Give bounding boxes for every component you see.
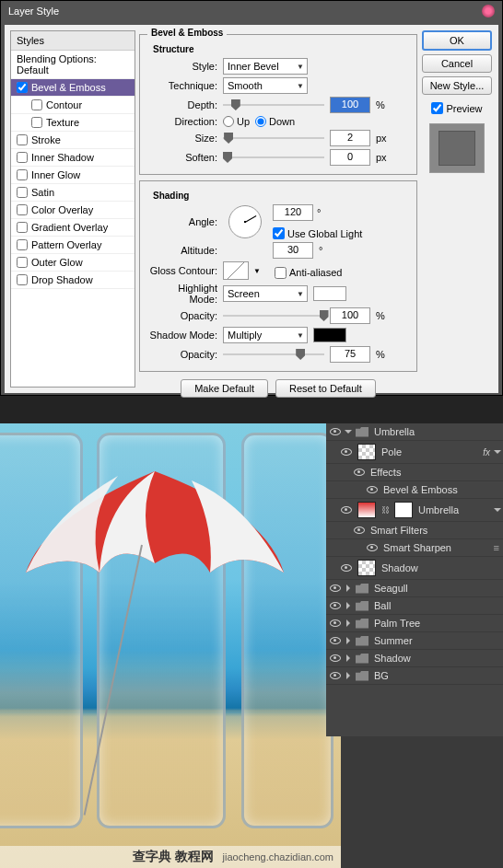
disclosure-icon[interactable]	[346, 637, 350, 644]
layer-group-ball[interactable]: Ball	[326, 597, 503, 615]
layer-group-seagull[interactable]: Seagull	[326, 580, 503, 597]
shadow-mode-select[interactable]: Multiply	[223, 327, 308, 343]
visibility-icon[interactable]	[330, 670, 341, 681]
bevel-emboss-checkbox[interactable]	[17, 82, 28, 93]
altitude-input[interactable]: 30	[273, 242, 313, 259]
inner-shadow-checkbox[interactable]	[17, 152, 28, 163]
gradient-overlay-item[interactable]: Gradient Overlay	[11, 219, 135, 237]
visibility-icon[interactable]	[354, 525, 365, 536]
visibility-icon[interactable]	[341, 504, 352, 515]
pattern-overlay-item[interactable]: Pattern Overlay	[11, 237, 135, 254]
size-input[interactable]: 2	[330, 130, 370, 146]
preview-checkbox[interactable]: Preview	[431, 102, 482, 114]
anti-aliased-checkbox[interactable]: Anti-aliased	[275, 267, 342, 279]
direction-down[interactable]: Down	[255, 116, 295, 127]
disclosure-icon[interactable]	[346, 602, 350, 609]
stroke-item[interactable]: Stroke	[11, 132, 135, 149]
layer-pole[interactable]: Pole fx	[326, 441, 503, 464]
color-overlay-checkbox[interactable]	[17, 204, 28, 215]
technique-select[interactable]: Smooth	[223, 77, 308, 94]
inner-shadow-item[interactable]: Inner Shadow	[11, 149, 135, 167]
new-style-button[interactable]: New Style...	[422, 76, 492, 95]
disclosure-icon[interactable]	[346, 619, 350, 627]
layer-shadow[interactable]: Shadow	[326, 557, 503, 580]
gradient-overlay-checkbox[interactable]	[17, 222, 28, 233]
visibility-icon[interactable]	[341, 446, 352, 457]
disclosure-icon[interactable]	[345, 430, 352, 434]
soften-input[interactable]: 0	[330, 149, 370, 166]
layer-umbrella[interactable]: ⛓ Umbrella	[326, 499, 503, 522]
angle-input[interactable]: 120	[273, 204, 313, 221]
shadow-opacity-input[interactable]: 75	[330, 346, 370, 363]
layer-pole-effects[interactable]: Effects	[326, 464, 503, 481]
visibility-icon[interactable]	[367, 484, 378, 495]
visibility-icon[interactable]	[330, 618, 341, 629]
depth-slider[interactable]	[223, 98, 324, 111]
shadow-color[interactable]	[313, 328, 346, 342]
outer-glow-item[interactable]: Outer Glow	[11, 254, 135, 272]
outer-glow-checkbox[interactable]	[17, 257, 28, 268]
visibility-icon[interactable]	[330, 583, 341, 594]
depth-input[interactable]: 100	[330, 97, 370, 113]
ok-button[interactable]: OK	[422, 30, 492, 51]
visibility-icon[interactable]	[330, 426, 341, 437]
layer-smart-sharpen[interactable]: Smart Sharpen≡	[326, 539, 503, 557]
stroke-checkbox[interactable]	[17, 134, 28, 145]
visibility-icon[interactable]	[330, 635, 341, 646]
layer-label: Ball	[374, 600, 391, 611]
fx-disclosure-icon[interactable]	[494, 508, 501, 512]
dialog-body: Styles Blending Options: Default Bevel &…	[5, 25, 498, 393]
visibility-icon[interactable]	[354, 467, 365, 478]
dialog-titlebar[interactable]: Layer Style	[1, 1, 502, 21]
layer-umbrella-smartfilters[interactable]: Smart Filters	[326, 522, 503, 539]
disclosure-icon[interactable]	[346, 584, 350, 592]
filter-settings-icon[interactable]: ≡	[494, 542, 499, 553]
disclosure-icon[interactable]	[346, 654, 350, 662]
contour-checkbox[interactable]	[31, 99, 42, 110]
layer-group-palmtree[interactable]: Palm Tree	[326, 615, 503, 632]
style-select[interactable]: Inner Bevel	[223, 58, 308, 75]
disclosure-icon[interactable]	[346, 672, 350, 679]
soften-slider[interactable]	[223, 151, 324, 164]
contour-item[interactable]: Contour	[11, 97, 135, 114]
angle-widget[interactable]	[228, 205, 262, 238]
layer-label: BG	[374, 670, 389, 681]
drop-shadow-item[interactable]: Drop Shadow	[11, 272, 135, 289]
shadow-opacity-slider[interactable]	[223, 348, 324, 361]
layer-group-umbrella[interactable]: Umbrella	[326, 423, 503, 441]
link-icon[interactable]: ⛓	[381, 505, 389, 515]
satin-item[interactable]: Satin	[11, 184, 135, 202]
texture-checkbox[interactable]	[31, 117, 42, 128]
global-light-checkbox[interactable]: Use Global Light	[273, 227, 362, 239]
direction-up[interactable]: Up	[223, 116, 250, 127]
highlight-opacity-input[interactable]: 100	[330, 307, 370, 324]
make-default-button[interactable]: Make Default	[181, 379, 268, 398]
visibility-icon[interactable]	[330, 600, 341, 611]
fx-badge[interactable]: fx	[483, 447, 490, 457]
bevel-emboss-item[interactable]: Bevel & Emboss	[11, 79, 135, 97]
drop-shadow-checkbox[interactable]	[17, 274, 28, 285]
gloss-contour-picker[interactable]	[223, 261, 249, 280]
highlight-color[interactable]	[313, 286, 346, 301]
styles-list-header[interactable]: Styles	[11, 31, 135, 51]
pattern-overlay-checkbox[interactable]	[17, 239, 28, 250]
blending-options-item[interactable]: Blending Options: Default	[11, 51, 135, 79]
fx-disclosure-icon[interactable]	[494, 450, 501, 454]
size-slider[interactable]	[223, 132, 324, 145]
layer-group-bg[interactable]: BG	[326, 667, 503, 685]
layer-pole-bevel[interactable]: Bevel & Emboss	[326, 481, 503, 499]
visibility-icon[interactable]	[341, 562, 352, 573]
visibility-icon[interactable]	[367, 542, 378, 553]
layer-group-summer[interactable]: Summer	[326, 632, 503, 650]
reset-default-button[interactable]: Reset to Default	[275, 379, 376, 398]
inner-glow-item[interactable]: Inner Glow	[11, 167, 135, 184]
visibility-icon[interactable]	[330, 653, 341, 664]
color-overlay-item[interactable]: Color Overlay	[11, 202, 135, 219]
inner-glow-checkbox[interactable]	[17, 169, 28, 180]
highlight-opacity-slider[interactable]	[223, 309, 324, 322]
highlight-mode-select[interactable]: Screen	[223, 285, 308, 302]
texture-item[interactable]: Texture	[11, 114, 135, 132]
satin-checkbox[interactable]	[17, 187, 28, 198]
cancel-button[interactable]: Cancel	[422, 54, 492, 73]
layer-group-shadow[interactable]: Shadow	[326, 650, 503, 667]
